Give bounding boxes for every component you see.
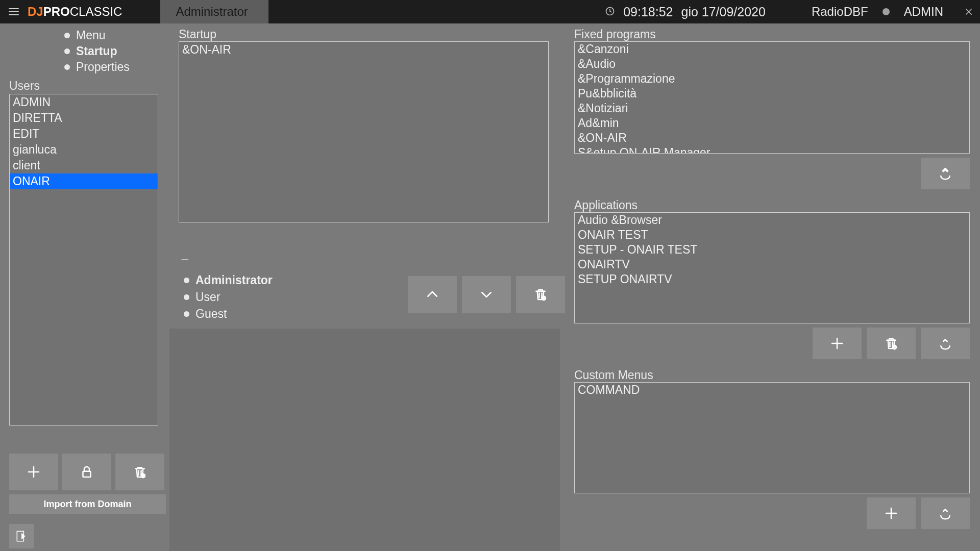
tab-administrator[interactable]: Administrator (160, 0, 268, 23)
exit-button[interactable] (9, 524, 34, 548)
list-item[interactable]: &ON-AIR (179, 42, 548, 58)
nav-item-startup[interactable]: Startup (64, 43, 169, 59)
role-option-admin[interactable]: Administrator (184, 272, 273, 289)
list-item[interactable]: &Canzoni (575, 42, 969, 57)
list-item[interactable]: ADMIN (10, 94, 158, 110)
list-item[interactable]: client (10, 158, 158, 173)
list-item[interactable]: &Notiziari (575, 101, 969, 116)
applications-label: Applications (574, 198, 971, 212)
list-item[interactable]: ONAIR TEST (575, 228, 969, 242)
lock-user-button[interactable] (62, 454, 111, 490)
list-item[interactable]: ONAIR (10, 173, 158, 189)
role-radio-group: Administrator User Guest (184, 272, 273, 322)
list-item[interactable]: SETUP ONAIRTV (575, 272, 969, 287)
menu-icon[interactable] (0, 0, 28, 23)
list-item[interactable]: ONAIRTV (575, 257, 969, 272)
assign-fixed-button[interactable] (921, 158, 970, 189)
right-column: Fixed programs &Canzoni &Audio &Programm… (574, 23, 980, 551)
list-item[interactable]: Pu&bblicità (575, 86, 969, 101)
assign-custom-menu-button[interactable] (921, 497, 970, 529)
center-column: Startup &ON-AIR _ Administrator User Gue… (179, 23, 574, 551)
nav-tabs: Menu Startup Properties (64, 28, 169, 75)
left-column: Menu Startup Properties Users ADMIN DIRE… (0, 23, 179, 551)
underscore-text: _ (182, 247, 565, 261)
move-down-button[interactable] (462, 276, 511, 313)
list-item[interactable]: Audio &Browser (575, 213, 969, 228)
svg-rect-8 (83, 471, 91, 477)
import-from-domain-button[interactable]: Import from Domain (9, 494, 166, 514)
clock-date: gio 17/09/2020 (681, 5, 766, 19)
custom-menus-list[interactable]: COMMAND (574, 382, 970, 493)
empty-panel (169, 329, 560, 551)
list-item[interactable]: &Audio (575, 57, 969, 71)
list-item[interactable]: &Programmazione (575, 71, 969, 86)
role-option-user[interactable]: User (184, 289, 273, 306)
fixed-programs-label: Fixed programs (574, 28, 971, 41)
list-item[interactable]: Ad&min (575, 116, 969, 131)
nav-item-properties[interactable]: Properties (64, 59, 169, 75)
assign-application-button[interactable] (921, 328, 970, 359)
delete-user-button[interactable] (115, 454, 164, 490)
list-item[interactable]: S&etup ON-AIR Manager (575, 145, 969, 154)
fixed-programs-list[interactable]: &Canzoni &Audio &Programmazione Pu&bblic… (574, 41, 970, 154)
close-icon[interactable] (958, 0, 980, 23)
users-list[interactable]: ADMIN DIRETTA EDIT gianluca client ONAIR (9, 94, 158, 425)
clock-icon (605, 5, 615, 19)
app-logo: DJPROCLASSIC (28, 5, 122, 19)
list-item[interactable]: DIRETTA (10, 110, 158, 126)
delete-application-button[interactable] (867, 328, 916, 359)
move-up-button[interactable] (408, 276, 457, 313)
add-custom-menu-button[interactable] (867, 497, 916, 529)
startup-list[interactable]: &ON-AIR (179, 41, 549, 222)
role-option-guest[interactable]: Guest (184, 306, 273, 322)
separator-dot (883, 8, 890, 15)
top-bar: DJPROCLASSIC Administrator 09:18:52 gio … (0, 0, 980, 23)
users-label: Users (9, 79, 169, 93)
delete-startup-button[interactable] (516, 276, 565, 313)
add-application-button[interactable] (813, 328, 862, 359)
list-item[interactable]: gianluca (10, 142, 158, 158)
add-user-button[interactable] (9, 454, 58, 490)
nav-item-menu[interactable]: Menu (64, 28, 169, 43)
applications-list[interactable]: Audio &Browser ONAIR TEST SETUP - ONAIR … (574, 212, 970, 323)
station-name: RadioDBF (812, 5, 868, 19)
custom-menus-label: Custom Menus (574, 368, 971, 382)
list-item[interactable]: &ON-AIR (575, 131, 969, 145)
list-item[interactable]: EDIT (10, 126, 158, 142)
startup-label: Startup (179, 28, 565, 41)
clock-time: 09:18:52 (623, 5, 673, 19)
current-user: ADMIN (904, 5, 943, 19)
clock-area: 09:18:52 gio 17/09/2020 (605, 5, 766, 19)
list-item[interactable]: SETUP - ONAIR TEST (575, 242, 969, 257)
list-item[interactable]: COMMAND (575, 383, 969, 397)
